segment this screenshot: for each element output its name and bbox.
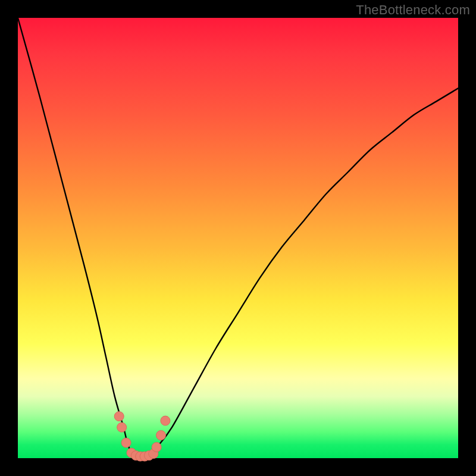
curve-marker — [121, 438, 131, 447]
plot-area — [18, 18, 458, 458]
curve-marker — [161, 416, 170, 425]
curve-marker — [152, 443, 161, 452]
curve-marker — [117, 422, 127, 432]
bottleneck-curve — [18, 18, 458, 459]
curve-marker — [114, 412, 124, 421]
curve-layer — [18, 18, 458, 458]
curve-marker — [156, 431, 166, 440]
watermark-text: TheBottleneck.com — [356, 2, 470, 18]
chart-frame: TheBottleneck.com — [0, 0, 476, 476]
curve-markers — [114, 412, 170, 461]
